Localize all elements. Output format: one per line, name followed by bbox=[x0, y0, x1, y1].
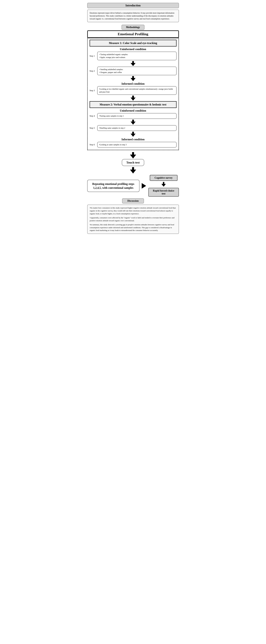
step6-row: Step 6 •Looking at same samples in step … bbox=[90, 142, 177, 148]
step2-content: • Smelling unlabelled samples: • Oregano… bbox=[97, 66, 177, 75]
methodology-section: Methodology bbox=[87, 25, 179, 30]
step5-content: •Smelling same samples in step 2 bbox=[97, 125, 177, 131]
right-column: Cognitive survey Rapid forced-choice tes… bbox=[148, 175, 179, 197]
step3-content: •Looking at two labelled organic and con… bbox=[97, 86, 177, 95]
main-dashed-container: Measure 1: Color Scale and eye-tracking … bbox=[87, 38, 179, 150]
step1-label: Step 1 bbox=[90, 55, 97, 57]
emotional-profiling-box: Emotional Profiling bbox=[87, 30, 179, 38]
step4-label: Step 4 bbox=[90, 115, 97, 117]
arrow1 bbox=[90, 61, 177, 66]
introduction-title: Introduction bbox=[125, 4, 141, 7]
discussion-point3: •In summary, this study detected a yawni… bbox=[90, 223, 176, 232]
discussion-point2: •Apparently, consumers were affected by … bbox=[90, 216, 176, 222]
step2-label: Step 2 bbox=[90, 70, 97, 72]
informed-condition-1: Informed condition bbox=[90, 82, 177, 85]
introduction-section: Introduction Emotions represent major dr… bbox=[87, 3, 179, 22]
introduction-text: Emotions represent major driver behind a… bbox=[87, 10, 179, 22]
discussion-title: Discussion bbox=[122, 198, 144, 204]
repeating-box: Repeating emotional profiling steps 1,2,… bbox=[87, 180, 139, 192]
uninformed-condition-2: Uninformed condition bbox=[90, 109, 177, 112]
touch-test-container: Touch test bbox=[87, 159, 179, 166]
arrow4 bbox=[90, 120, 177, 125]
cognitive-survey-box: Cognitive survey bbox=[150, 175, 177, 181]
step2-line2: • Oregano, pepper and coffee bbox=[99, 71, 175, 74]
step1-content: • Tasting unlabelled organic samples: • … bbox=[97, 52, 177, 60]
arrow6 bbox=[87, 152, 179, 158]
right-arrow-icon bbox=[142, 183, 146, 188]
arrow2 bbox=[90, 76, 177, 81]
discussion-section: Discussion bbox=[87, 198, 179, 204]
rapid-test-box: Rapid forced-choice test bbox=[148, 188, 179, 197]
arrow3 bbox=[90, 96, 177, 100]
touch-test-box: Touch test bbox=[122, 159, 144, 166]
discussion-text-box: •No matter how consumers in this study e… bbox=[87, 204, 179, 234]
uninformed-condition-1: Uninformed condition bbox=[90, 48, 177, 51]
step5-row: Step 5 •Smelling same samples in step 2 bbox=[90, 125, 177, 131]
step2-row: Step 2 • Smelling unlabelled samples: • … bbox=[90, 66, 177, 75]
arrow7 bbox=[87, 167, 179, 174]
arrow5 bbox=[90, 132, 177, 137]
step2-line1: • Smelling unlabelled samples: bbox=[99, 68, 175, 71]
arrow8 bbox=[161, 182, 166, 187]
methodology-title: Methodology bbox=[122, 25, 144, 30]
step4-row: Step 4 •Tasting same samples in step 1 bbox=[90, 113, 177, 119]
step1-line2: • Apple, orange juice and walnuts bbox=[99, 56, 175, 59]
step5-label: Step 5 bbox=[90, 127, 97, 129]
step3-row: Step 3 •Looking at two labelled organic … bbox=[90, 86, 177, 95]
informed-condition-2: Informed condition bbox=[90, 138, 177, 141]
step6-content: •Looking at same samples in step 3 bbox=[97, 142, 177, 148]
bottom-row: Repeating emotional profiling steps 1,2,… bbox=[87, 175, 179, 197]
measure1-box: Measure 1: Color Scale and eye-tracking bbox=[90, 40, 177, 46]
emotional-profiling-title: Emotional Profiling bbox=[118, 32, 148, 36]
step4-content: •Tasting same samples in step 1 bbox=[97, 113, 177, 119]
introduction-title-box: Introduction bbox=[87, 3, 179, 8]
step6-label: Step 6 bbox=[90, 144, 97, 146]
step1-line1: • Tasting unlabelled organic samples: bbox=[99, 53, 175, 56]
measure2-box: Measure 2: Verbal emotion questionnaire … bbox=[90, 101, 177, 108]
discussion-point1: •No matter how consumers in this study e… bbox=[90, 206, 176, 215]
step1-row: Step 1 • Tasting unlabelled organic samp… bbox=[90, 52, 177, 60]
step3-label: Step 3 bbox=[90, 90, 97, 92]
